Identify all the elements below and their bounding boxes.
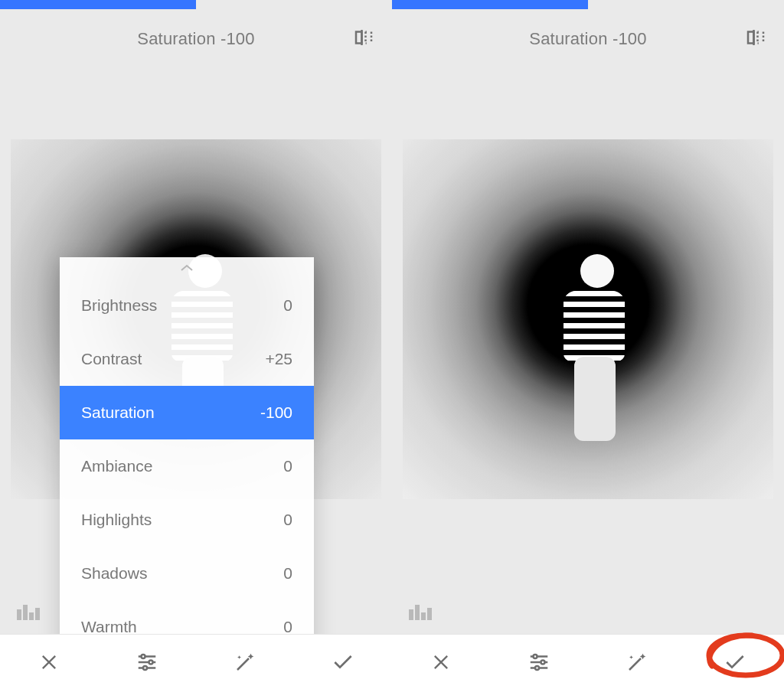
- adjust-row-brightness[interactable]: Brightness 0: [60, 279, 314, 332]
- slider-track[interactable]: [392, 0, 784, 9]
- subject-silhouette: [564, 254, 625, 441]
- adjustments-button[interactable]: [514, 644, 564, 681]
- adjust-row-ambiance[interactable]: Ambiance 0: [60, 439, 314, 493]
- row-label: Shadows: [81, 564, 147, 583]
- preview-image: [403, 139, 773, 499]
- compare-icon[interactable]: [352, 26, 375, 52]
- histogram-icon[interactable]: [409, 602, 432, 623]
- row-value: 0: [283, 296, 292, 315]
- row-label: Saturation: [81, 403, 155, 422]
- compare-icon[interactable]: [744, 26, 767, 52]
- adjust-row-contrast[interactable]: Contrast +25: [60, 332, 314, 386]
- header: Saturation -100: [392, 9, 784, 69]
- adjustment-readout: Saturation -100: [529, 29, 646, 49]
- row-value: +25: [265, 350, 292, 368]
- adjust-row-highlights[interactable]: Highlights 0: [60, 493, 314, 547]
- adjustment-panel[interactable]: Brightness 0 Contrast +25 Saturation -10…: [60, 257, 314, 675]
- image-canvas[interactable]: [392, 69, 784, 689]
- row-value: -100: [260, 403, 292, 422]
- svg-point-6: [143, 666, 147, 670]
- adjust-row-shadows[interactable]: Shadows 0: [60, 547, 314, 600]
- chevron-up-icon[interactable]: [60, 257, 314, 279]
- bottom-toolbar: [0, 634, 392, 689]
- svg-point-11: [534, 655, 537, 658]
- annotation-circle: [698, 628, 784, 683]
- svg-point-4: [142, 655, 145, 658]
- auto-enhance-button[interactable]: [612, 644, 662, 681]
- header: Saturation -100: [0, 9, 392, 69]
- adjustment-readout: Saturation -100: [137, 29, 254, 49]
- adjust-row-saturation[interactable]: Saturation -100: [60, 386, 314, 439]
- slider-fill: [392, 0, 588, 9]
- slider-track[interactable]: [0, 0, 392, 9]
- row-label: Brightness: [81, 296, 157, 315]
- svg-rect-3: [35, 608, 40, 620]
- svg-point-13: [535, 666, 539, 670]
- row-value: 0: [283, 511, 292, 529]
- svg-rect-9: [421, 612, 426, 620]
- svg-rect-1: [23, 605, 28, 620]
- adjustments-button[interactable]: [122, 644, 172, 681]
- row-label: Highlights: [81, 511, 152, 529]
- row-value: 0: [283, 457, 292, 475]
- svg-point-12: [541, 660, 545, 664]
- svg-rect-8: [415, 605, 420, 620]
- svg-rect-10: [427, 608, 432, 620]
- histogram-icon[interactable]: [17, 602, 40, 623]
- row-label: Contrast: [81, 350, 142, 368]
- cancel-button[interactable]: [416, 644, 466, 681]
- auto-enhance-button[interactable]: [220, 644, 270, 681]
- svg-point-5: [149, 660, 153, 664]
- editor-pane-right: Saturation -100: [392, 0, 784, 689]
- apply-button[interactable]: [318, 644, 368, 681]
- svg-rect-7: [409, 609, 413, 620]
- svg-rect-0: [17, 609, 21, 620]
- editor-pane-left: Saturation -100 Br: [0, 0, 392, 689]
- row-label: Ambiance: [81, 457, 152, 475]
- slider-fill: [0, 0, 196, 9]
- svg-rect-2: [29, 612, 34, 620]
- image-canvas[interactable]: Brightness 0 Contrast +25 Saturation -10…: [0, 69, 392, 689]
- cancel-button[interactable]: [24, 644, 74, 681]
- row-value: 0: [283, 564, 292, 583]
